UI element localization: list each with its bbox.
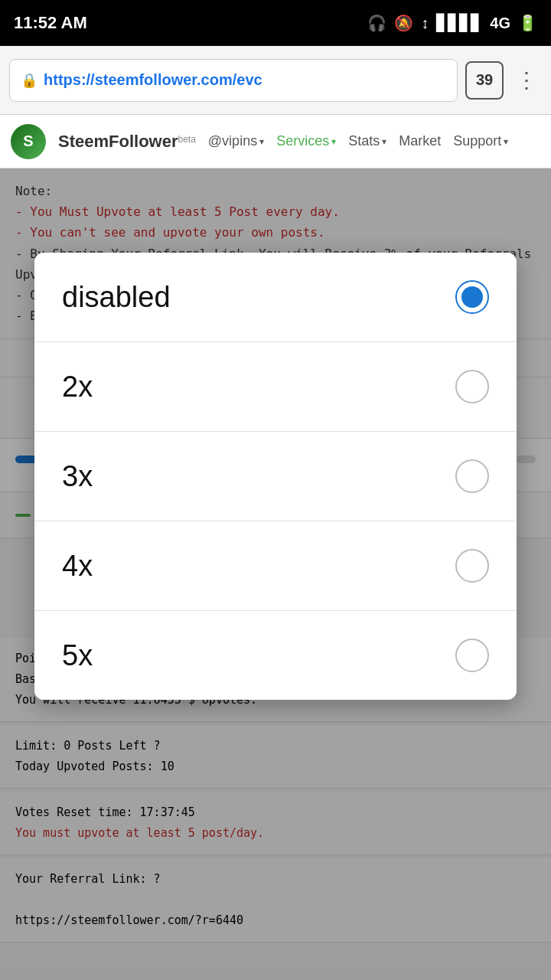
option-2x-label: 2x — [62, 371, 93, 403]
radio-3x[interactable] — [455, 459, 489, 493]
nav-stats-dropdown[interactable]: Stats▾ — [348, 133, 386, 149]
option-5x-label: 5x — [62, 639, 93, 672]
option-4x-label: 4x — [62, 550, 93, 583]
support-caret-icon: ▾ — [504, 136, 508, 147]
headphone-icon: 🎧 — [367, 14, 386, 32]
nav-support-dropdown[interactable]: Support▾ — [453, 133, 508, 149]
radio-5x[interactable] — [455, 639, 489, 672]
radio-4x[interactable] — [455, 549, 489, 583]
tab-count[interactable]: 39 — [465, 61, 504, 100]
time-display: 11:52 AM — [14, 13, 87, 33]
page-content: Note: - You Must Upvote at least 5 Post … — [0, 168, 551, 980]
brand-name: SteemFollowerbeta — [58, 132, 196, 152]
services-caret-icon: ▾ — [331, 136, 336, 147]
signal-icon: ↕ — [421, 15, 429, 32]
stats-caret-icon: ▾ — [382, 136, 386, 147]
radio-disabled[interactable] — [455, 280, 489, 314]
browser-bar: 🔒 https://steemfollower.com/evc 39 ⋮ — [0, 46, 551, 115]
option-3x[interactable]: 3x — [34, 432, 517, 521]
radio-2x[interactable] — [455, 370, 489, 403]
browser-menu-button[interactable]: ⋮ — [511, 67, 542, 93]
mute-icon: 🔕 — [394, 14, 413, 32]
nav-bar: S SteemFollowerbeta @vipins▾ Services▾ S… — [0, 115, 551, 168]
status-icons: 🎧 🔕 ↕ ▋▋▋▋ 4G 🔋 — [367, 14, 537, 32]
modal-overlay[interactable]: disabled 2x 3x 4x 5x — [0, 168, 551, 980]
nav-services-dropdown[interactable]: Services▾ — [276, 133, 336, 149]
option-2x[interactable]: 2x — [34, 342, 517, 432]
nav-user-dropdown[interactable]: @vipins▾ — [208, 133, 264, 149]
option-disabled[interactable]: disabled — [34, 253, 517, 342]
bars-icon: ▋▋▋▋ — [436, 14, 482, 32]
radio-inner-disabled — [461, 286, 483, 308]
option-3x-label: 3x — [62, 460, 93, 493]
option-4x[interactable]: 4x — [34, 521, 517, 611]
option-5x[interactable]: 5x — [34, 611, 517, 700]
logo-letter: S — [23, 132, 33, 150]
lock-icon: 🔒 — [21, 72, 37, 89]
network-label: 4G — [490, 15, 510, 32]
status-bar: 11:52 AM 🎧 🔕 ↕ ▋▋▋▋ 4G 🔋 — [0, 0, 551, 46]
caret-icon: ▾ — [259, 136, 264, 147]
nav-market-link[interactable]: Market — [399, 133, 441, 149]
url-text: https://steemfollower.com/evc — [44, 71, 262, 89]
option-disabled-label: disabled — [62, 281, 171, 314]
url-bar[interactable]: 🔒 https://steemfollower.com/evc — [9, 59, 458, 102]
logo: S — [11, 124, 46, 159]
battery-icon: 🔋 — [518, 14, 537, 32]
modal-dialog: disabled 2x 3x 4x 5x — [34, 253, 517, 700]
